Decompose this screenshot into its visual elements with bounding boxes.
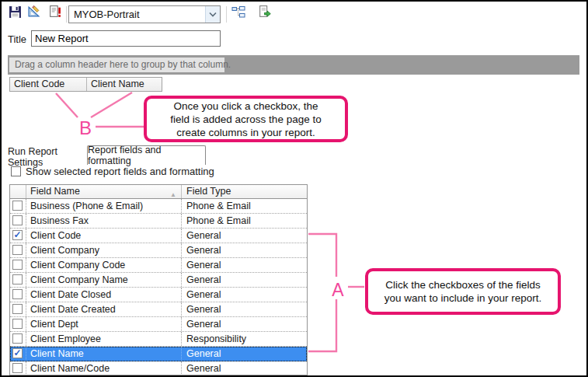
row-checkbox[interactable] bbox=[12, 215, 23, 225]
report-template-dropdown[interactable]: MYOB-Portrait bbox=[68, 5, 221, 23]
field-name-cell: Client Company bbox=[26, 243, 182, 257]
callout-checkbox-columns: Once you click a checkbox, the field is … bbox=[144, 96, 348, 142]
column-header-client-name[interactable]: Client Name bbox=[86, 78, 162, 91]
field-name-cell: Client Code bbox=[26, 229, 182, 243]
row-checkbox-cell bbox=[10, 302, 26, 316]
row-checkbox-cell bbox=[10, 332, 26, 346]
row-checkbox-cell bbox=[10, 258, 26, 272]
row-checkbox-cell bbox=[10, 199, 26, 213]
table-row[interactable]: Business FaxPhone & Email bbox=[10, 214, 307, 229]
field-name-cell: Client Name/Code bbox=[26, 361, 182, 375]
group-by-panel[interactable]: Drag a column header here to group by th… bbox=[8, 55, 579, 75]
field-type-cell: General bbox=[182, 347, 307, 361]
row-checkbox-cell bbox=[10, 317, 26, 331]
table-row[interactable]: Client Company NameGeneral bbox=[10, 273, 307, 288]
dropdown-value: MYOB-Portrait bbox=[69, 9, 205, 20]
document-exclamation-icon bbox=[48, 5, 62, 22]
row-checkbox-cell bbox=[10, 273, 26, 287]
report-alert-button[interactable] bbox=[47, 5, 63, 21]
callout-line: field is added across the page to bbox=[170, 113, 321, 126]
fields-table: Field Name ▲ Field Type Business (Phone … bbox=[9, 184, 308, 375]
field-type-cell: General bbox=[182, 258, 307, 272]
field-type-cell: General bbox=[182, 243, 307, 257]
tab-run-report-settings[interactable]: Run Report Settings bbox=[8, 148, 88, 165]
fields-table-body: Business (Phone & Email)Phone & EmailBus… bbox=[10, 199, 307, 375]
field-name-header-label: Field Name bbox=[30, 186, 80, 197]
field-type-cell: General bbox=[182, 302, 307, 316]
table-row[interactable]: ✓Client NameGeneral bbox=[10, 347, 307, 361]
callout-line: Once you click a checkbox, the bbox=[173, 99, 318, 113]
field-name-cell: Business (Phone & Email) bbox=[26, 199, 182, 213]
field-name-column-header[interactable]: Field Name ▲ bbox=[26, 185, 182, 198]
row-checkbox[interactable] bbox=[12, 274, 23, 284]
row-checkbox[interactable] bbox=[12, 363, 23, 373]
save-button[interactable] bbox=[7, 5, 23, 21]
title-label: Title bbox=[8, 33, 26, 45]
field-type-cell: General bbox=[182, 273, 307, 287]
callout-line: create columns in your report. bbox=[176, 126, 315, 139]
row-checkbox[interactable] bbox=[12, 245, 23, 255]
row-checkbox[interactable] bbox=[12, 201, 23, 211]
table-row[interactable]: Client CompanyGeneral bbox=[10, 243, 307, 258]
annotation-letter-b: B bbox=[79, 117, 92, 138]
field-type-cell: Phone & Email bbox=[182, 214, 307, 228]
table-row[interactable]: Business (Phone & Email)Phone & Email bbox=[10, 199, 307, 214]
row-checkbox-cell: ✓ bbox=[10, 229, 26, 243]
sort-ascending-icon: ▲ bbox=[170, 188, 176, 201]
design-report-button[interactable] bbox=[26, 5, 42, 21]
field-name-cell: Client Date Closed bbox=[26, 288, 182, 302]
checkbox-column-header bbox=[10, 185, 26, 198]
field-type-cell: Phone & Email bbox=[182, 199, 307, 213]
field-name-cell: Client Dept bbox=[26, 317, 182, 331]
export-report-button[interactable] bbox=[257, 5, 273, 21]
callout-line: Click the checkboxes of the fields bbox=[385, 278, 541, 291]
table-row[interactable]: Client Date ClosedGeneral bbox=[10, 288, 307, 302]
field-name-cell: Client Name bbox=[26, 347, 182, 361]
hierarchy-icon bbox=[231, 5, 246, 22]
field-name-cell: Business Fax bbox=[26, 214, 182, 228]
table-row[interactable]: Client Company CodeGeneral bbox=[10, 258, 307, 273]
save-icon bbox=[9, 5, 22, 22]
toolbar-separator bbox=[226, 6, 227, 23]
field-name-cell: Client Date Created bbox=[26, 302, 182, 316]
group-tree-button[interactable] bbox=[231, 5, 246, 21]
row-checkbox-cell bbox=[10, 361, 26, 375]
field-type-cell: General bbox=[182, 288, 307, 302]
row-checkbox-checked[interactable]: ✓ bbox=[12, 348, 23, 358]
field-name-cell: Client Company Name bbox=[26, 273, 182, 287]
field-type-column-header[interactable]: Field Type bbox=[182, 185, 307, 198]
field-type-header-label: Field Type bbox=[186, 186, 231, 197]
document-export-icon bbox=[258, 5, 272, 22]
row-checkbox-checked[interactable]: ✓ bbox=[12, 230, 23, 240]
show-selected-checkbox[interactable] bbox=[11, 166, 21, 176]
toolbar-separator bbox=[66, 6, 67, 23]
callout-select-fields: Click the checkboxes of the fields you w… bbox=[365, 268, 561, 315]
table-row[interactable]: Client EmployeeResponsibility bbox=[10, 332, 307, 347]
title-input[interactable] bbox=[31, 30, 221, 47]
table-row[interactable]: Client DeptGeneral bbox=[10, 317, 307, 332]
tab-report-fields-and-formatting[interactable]: Report fields and formatting bbox=[87, 145, 206, 165]
row-checkbox[interactable] bbox=[12, 333, 23, 344]
row-checkbox[interactable] bbox=[12, 260, 23, 270]
table-row[interactable]: ✓Client CodeGeneral bbox=[10, 229, 307, 243]
chevron-down-icon[interactable] bbox=[205, 6, 220, 23]
row-checkbox[interactable] bbox=[12, 319, 23, 329]
field-name-cell: Client Employee bbox=[26, 332, 182, 346]
field-type-cell: General bbox=[182, 317, 307, 331]
table-row[interactable]: Client Name/CodeGeneral bbox=[10, 361, 307, 375]
row-checkbox[interactable] bbox=[12, 289, 23, 299]
group-by-hint: Drag a column header here to group by th… bbox=[9, 58, 224, 72]
field-type-cell: Responsibility bbox=[182, 332, 307, 346]
field-type-cell: General bbox=[182, 361, 307, 375]
field-type-cell: General bbox=[182, 229, 307, 243]
report-builder-window: MYOB-Portrait Title Drag bbox=[0, 0, 588, 377]
report-column-preview: Client Code Client Name bbox=[9, 77, 162, 92]
row-checkbox[interactable] bbox=[12, 304, 23, 314]
row-checkbox-cell bbox=[10, 288, 26, 302]
show-selected-label: Show selected report fields and formatti… bbox=[26, 166, 214, 177]
annotation-letter-a: A bbox=[332, 280, 344, 300]
column-header-client-code[interactable]: Client Code bbox=[10, 78, 86, 91]
row-checkbox-cell: ✓ bbox=[10, 347, 26, 361]
row-checkbox-cell bbox=[10, 214, 26, 228]
table-row[interactable]: Client Date CreatedGeneral bbox=[10, 302, 307, 317]
